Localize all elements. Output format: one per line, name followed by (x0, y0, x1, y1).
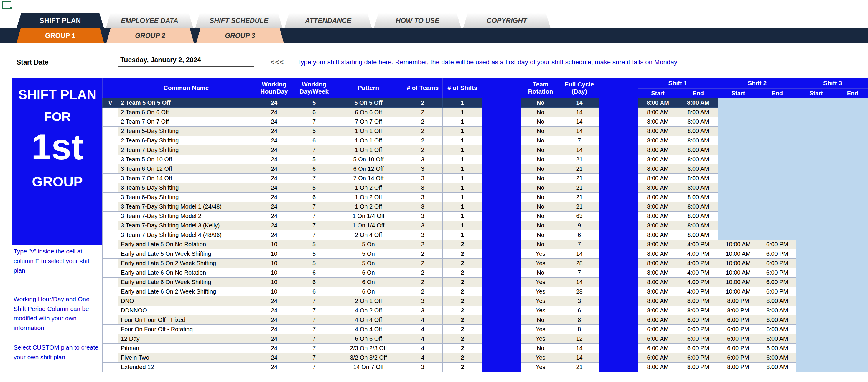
cell-selector[interactable] (102, 117, 118, 126)
cell-shift3-start[interactable] (796, 353, 836, 362)
cell-team-rotation[interactable]: No (521, 344, 560, 353)
cell-pattern[interactable]: 7 On 14 Off (334, 174, 403, 183)
cell-shift3-start[interactable] (796, 249, 836, 259)
cell-shift3-start[interactable] (796, 202, 836, 211)
cell-shift2-end[interactable] (758, 136, 796, 145)
cell-working-hour[interactable]: 24 (254, 334, 294, 344)
cell-num-teams[interactable]: 2 (403, 126, 443, 136)
cell-team-rotation[interactable]: Yes (521, 306, 560, 315)
cell-shift2-end[interactable] (758, 117, 796, 126)
cell-shift3-start[interactable] (796, 221, 836, 230)
table-row[interactable]: 3 Team 7-Day Shifting Model 3 (Kelly) 24… (102, 221, 868, 230)
cell-working-day[interactable]: 7 (294, 353, 334, 362)
cell-team-rotation[interactable]: No (521, 315, 560, 325)
cell-shift3-end[interactable] (836, 117, 868, 126)
cell-shift1-start[interactable]: 8:00 AM (638, 230, 679, 240)
cell-pattern[interactable]: 1 On 1/4 Off (334, 211, 403, 221)
cell-num-shifts[interactable]: 2 (443, 362, 483, 372)
table-row[interactable]: Early and Late 5 On Week Shifting 10 5 5… (102, 249, 868, 259)
cell-pattern[interactable]: 4 On 4 Off (334, 325, 403, 334)
cell-common-name[interactable]: Early and Late 5 On 2 Week Shifting (118, 259, 254, 268)
cell-shift3-start[interactable] (796, 334, 836, 344)
cell-shift1-start[interactable]: 8:00 AM (638, 259, 679, 268)
cell-full-cycle[interactable]: 14 (560, 117, 599, 126)
cell-shift3-start[interactable] (796, 362, 836, 372)
cell-team-rotation[interactable]: No (521, 117, 560, 126)
cell-team-rotation[interactable]: Yes (521, 259, 560, 268)
cell-working-hour[interactable]: 24 (254, 193, 294, 202)
table-row[interactable]: 12 Day 24 7 6 On 6 Off 4 2 Yes 12 6:00 A… (102, 334, 868, 344)
cell-shift1-start[interactable]: 8:00 AM (638, 193, 679, 202)
cell-shift1-start[interactable]: 6:00 AM (638, 334, 679, 344)
cell-shift1-start[interactable]: 8:00 AM (638, 164, 679, 174)
cell-shift1-start[interactable]: 8:00 AM (638, 126, 679, 136)
cell-full-cycle[interactable]: 8 (560, 325, 599, 334)
sheet-tab[interactable]: ATTENDANCE (284, 13, 372, 28)
cell-shift1-start[interactable]: 8:00 AM (638, 211, 679, 221)
cell-working-day[interactable]: 7 (294, 362, 334, 372)
cell-team-rotation[interactable]: No (521, 211, 560, 221)
cell-shift1-end[interactable]: 8:00 AM (679, 174, 718, 183)
cell-team-rotation[interactable]: No (521, 164, 560, 174)
cell-pattern[interactable]: 1 On 1 Off (334, 126, 403, 136)
sheet-tab[interactable]: COPYRIGHT (463, 13, 551, 28)
cell-shift3-start[interactable] (796, 268, 836, 277)
cell-common-name[interactable]: 2 Team 7-Day Shifting (118, 145, 254, 155)
cell-shift3-start[interactable] (796, 230, 836, 240)
cell-shift2-start[interactable]: 6:00 PM (718, 353, 758, 362)
cell-shift3-end[interactable] (836, 202, 868, 211)
cell-shift3-start[interactable] (796, 98, 836, 108)
table-row[interactable]: Early and Late 5 On No Rotation 10 5 5 O… (102, 240, 868, 249)
cell-shift1-end[interactable]: 8:00 AM (679, 155, 718, 164)
cell-shift2-start[interactable]: 10:00 AM (718, 287, 758, 296)
cell-shift2-start[interactable]: 10:00 AM (718, 259, 758, 268)
cell-selector[interactable] (102, 344, 118, 353)
cell-shift1-end[interactable]: 8:00 AM (679, 230, 718, 240)
cell-full-cycle[interactable]: 28 (560, 287, 599, 296)
cell-pattern[interactable]: 6 On (334, 277, 403, 287)
cell-num-teams[interactable]: 2 (403, 117, 443, 126)
table-row[interactable]: Early and Late 6 On 2 Week Shifting 10 6… (102, 287, 868, 296)
cell-num-shifts[interactable]: 2 (443, 259, 483, 268)
cell-selector[interactable] (102, 249, 118, 259)
cell-team-rotation[interactable]: No (521, 126, 560, 136)
cell-full-cycle[interactable]: 21 (560, 164, 599, 174)
cell-shift1-start[interactable]: 8:00 AM (638, 108, 679, 117)
cell-working-hour[interactable]: 10 (254, 249, 294, 259)
cell-num-shifts[interactable]: 1 (443, 136, 483, 145)
cell-working-day[interactable]: 7 (294, 221, 334, 230)
cell-shift2-start[interactable] (718, 183, 758, 193)
cell-shift3-end[interactable] (836, 174, 868, 183)
cell-shift1-end[interactable]: 6:00 PM (679, 325, 718, 334)
cell-team-rotation[interactable]: No (521, 240, 560, 249)
sheet-tab[interactable]: HOW TO USE (374, 13, 461, 28)
cell-pattern[interactable]: 5 On 5 Off (334, 98, 403, 108)
cell-shift1-start[interactable]: 8:00 AM (638, 268, 679, 277)
start-date-value[interactable]: Tuesday, January 2, 2024 (118, 56, 254, 67)
group-tab[interactable]: GROUP 1 (17, 28, 104, 43)
cell-team-rotation[interactable]: No (521, 98, 560, 108)
cell-common-name[interactable]: 2 Team 6 On 6 Off (118, 108, 254, 117)
cell-team-rotation[interactable]: Yes (521, 296, 560, 306)
cell-pattern[interactable]: 5 On (334, 249, 403, 259)
cell-shift2-start[interactable] (718, 174, 758, 183)
cell-pattern[interactable]: 1 On 1 Off (334, 145, 403, 155)
cell-num-shifts[interactable]: 2 (443, 240, 483, 249)
cell-shift1-start[interactable]: 8:00 AM (638, 117, 679, 126)
cell-shift1-start[interactable]: 8:00 AM (638, 287, 679, 296)
cell-shift1-end[interactable]: 8:00 AM (679, 183, 718, 193)
cell-shift2-end[interactable] (758, 174, 796, 183)
cell-num-shifts[interactable]: 2 (443, 296, 483, 306)
cell-team-rotation[interactable]: Yes (521, 334, 560, 344)
cell-shift2-start[interactable] (718, 155, 758, 164)
table-row[interactable]: 3 Team 6 On 12 Off 24 6 6 On 12 Off 3 1 … (102, 164, 868, 174)
cell-full-cycle[interactable]: 7 (560, 240, 599, 249)
cell-working-day[interactable]: 7 (294, 296, 334, 306)
cell-common-name[interactable]: 2 Team 5-Day Shifting (118, 126, 254, 136)
cell-shift3-start[interactable] (796, 277, 836, 287)
cell-num-shifts[interactable]: 2 (443, 249, 483, 259)
cell-shift2-end[interactable]: 8:00 AM (758, 296, 796, 306)
cell-selector[interactable] (102, 202, 118, 211)
cell-shift3-start[interactable] (796, 155, 836, 164)
cell-shift3-end[interactable] (836, 296, 868, 306)
